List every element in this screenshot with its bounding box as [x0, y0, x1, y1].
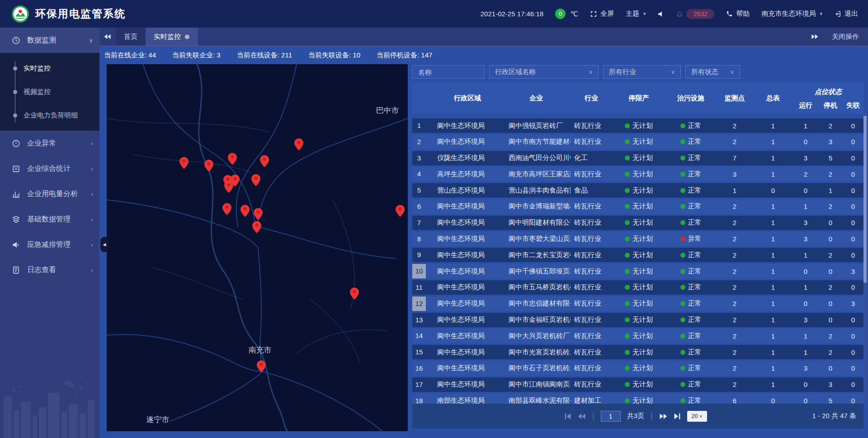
- chevron-left-icon: ‹: [91, 216, 93, 223]
- sidebar-item[interactable]: 应急减排管理‹: [0, 232, 99, 257]
- stat-item: 当前停机设备: 147: [377, 51, 432, 60]
- next-page-button[interactable]: [659, 413, 667, 419]
- cell-lost-count: 0: [843, 219, 863, 226]
- map-marker-icon[interactable]: [260, 155, 269, 167]
- cell-meter-count: 1: [753, 219, 793, 226]
- table-row[interactable]: 2阆中生态环境局阆中市南方节能建材有砖瓦行业无计划正常21030: [412, 135, 863, 149]
- cell-region: 阆中生态环境局: [433, 235, 502, 243]
- cell-stop-status: 无计划: [612, 396, 665, 404]
- table-row[interactable]: 8阆中生态环境局阆中市枣碧大梁山页岩砖瓦行业无计划异常21300: [412, 232, 863, 246]
- logout-button[interactable]: 退出: [834, 9, 858, 18]
- industry-filter-select[interactable]: 所有行业 ∨: [603, 65, 681, 79]
- status-dot-icon: [680, 204, 685, 209]
- cell-stop-status: 无计划: [612, 283, 665, 292]
- sidebar-item[interactable]: 企业用电量分析‹: [0, 181, 99, 207]
- map-marker-icon[interactable]: [179, 157, 189, 169]
- map-marker-icon[interactable]: [224, 181, 233, 193]
- chevron-down-icon: ▾: [643, 11, 646, 17]
- table-row[interactable]: 17阆中生态环境局阆中市江南镇阆南页岩砖瓦行业无计划正常21030: [412, 377, 863, 392]
- map-marker-icon[interactable]: [204, 160, 213, 172]
- table-scrollbar[interactable]: [863, 114, 867, 404]
- table-row[interactable]: 10阆中生态环境局阆中千佛镇五郎垭页岩砖瓦行业无计划正常21003: [412, 264, 863, 278]
- table-row[interactable]: 11阆中生态环境局阆中市五马桥页岩机砖砖瓦行业无计划正常21120: [412, 280, 863, 295]
- app: 环保用电监管系统 2021-02-25 17:46:18 0 ℃ 全屏 主题 ▾: [0, 0, 868, 438]
- tab-scroll-left-button[interactable]: [99, 28, 116, 46]
- map-marker-icon[interactable]: [228, 153, 237, 165]
- cell-region: 阆中生态环境局: [433, 122, 502, 130]
- previous-page-button[interactable]: [578, 413, 586, 419]
- table-row[interactable]: 1阆中生态环境局阆中强锐页岩砖厂砖瓦行业无计划正常21120: [412, 118, 863, 133]
- org-dropdown[interactable]: 南充市生态环境局 ▾: [761, 9, 822, 18]
- cell-lost-count: 0: [843, 203, 863, 210]
- table-row[interactable]: 18南部生态环境局南部县双峰水泥有限公建材加工无计划正常60050: [412, 394, 863, 404]
- sidebar-collapse-button[interactable]: ◀: [100, 237, 108, 252]
- table-row[interactable]: 3仪陇生态环境局西南油气田分公司川中化工无计划正常71350: [412, 151, 863, 165]
- theme-button[interactable]: 主题 ▾: [626, 9, 646, 18]
- cell-index: 14: [412, 329, 433, 343]
- map-panel[interactable]: 巴中市南充市遂宁市: [107, 64, 408, 431]
- sidebar-item[interactable]: 日志查看‹: [0, 257, 99, 283]
- map-marker-icon[interactable]: [254, 208, 263, 220]
- sidebar-item-label: 企业综合统计: [27, 164, 85, 174]
- cell-company: 阆中市忠信建材有限公: [502, 299, 571, 308]
- table-row[interactable]: 5营山生态环境局营山县润丰肉食品有限食品无计划正常10010: [412, 183, 863, 198]
- tab-scroll-right-button[interactable]: [811, 34, 818, 39]
- cell-region: 阆中生态环境局: [433, 202, 502, 211]
- table-row[interactable]: 14阆中生态环境局阆中大兴页岩机砖厂砖瓦行业无计划正常21120: [412, 329, 863, 343]
- page-size-select[interactable]: 20 ∨: [687, 411, 707, 422]
- cell-region: 阆中生态环境局: [433, 251, 502, 259]
- map-marker-icon[interactable]: [241, 205, 250, 217]
- map-marker-icon[interactable]: [396, 205, 405, 217]
- table-row[interactable]: 13阆中生态环境局阆中市金福旺页岩机砖砖瓦行业无计划正常21300: [412, 313, 863, 327]
- sidebar-subitem[interactable]: 实时监控: [0, 57, 99, 80]
- cell-monitor-count: 2: [716, 122, 753, 130]
- tab-item[interactable]: 首页: [116, 28, 146, 46]
- close-operations-button[interactable]: 关闭操作: [832, 33, 859, 41]
- cell-industry: 砖瓦行业: [571, 364, 612, 372]
- table-row[interactable]: 16阆中生态环境局阆中市石子页岩机砖厂砖瓦行业无计划正常21300: [412, 361, 863, 376]
- name-filter-input[interactable]: [412, 65, 485, 79]
- sidebar-subitem[interactable]: 企业电力负荷明细: [0, 104, 99, 127]
- map-marker-icon[interactable]: [350, 287, 359, 300]
- table-row[interactable]: 4高坪生态环境局南充市高坪区王家店建砖瓦行业无计划正常31220: [412, 167, 863, 181]
- table-row[interactable]: 12阆中生态环境局阆中市忠信建材有限公砖瓦行业无计划正常21003: [412, 297, 863, 311]
- sidebar-item[interactable]: 企业综合统计‹: [0, 156, 99, 181]
- status-dot-icon: [625, 269, 630, 274]
- sidebar-subitem[interactable]: 视频监控: [0, 80, 99, 104]
- sound-button[interactable]: [657, 10, 665, 18]
- alarm-button[interactable]: 2632: [676, 9, 714, 19]
- sidebar-item[interactable]: 企业异常‹: [0, 131, 99, 156]
- column-index: [412, 83, 433, 114]
- fullscreen-button[interactable]: 全屏: [590, 9, 614, 18]
- map-marker-icon[interactable]: [257, 360, 266, 372]
- sidebar-item[interactable]: 基础数据管理‹: [0, 207, 99, 232]
- cell-region: 营山生态环境局: [433, 186, 502, 195]
- tab-active[interactable]: 实时监控⊗: [146, 28, 198, 46]
- table-row[interactable]: 9阆中生态环境局阆中市二龙长宝页岩砖砖瓦行业无计划正常21120: [412, 248, 863, 262]
- map-marker-icon[interactable]: [252, 221, 261, 233]
- sidebar-item[interactable]: 数据监测∨: [0, 28, 99, 53]
- help-button[interactable]: 帮助: [726, 9, 750, 18]
- table-row[interactable]: 6阆中生态环境局阆中市金博瑞新型墙材砖瓦行业无计划正常21120: [412, 199, 863, 214]
- cell-region: 阆中生态环境局: [433, 332, 502, 340]
- status-dot-icon: [625, 398, 630, 403]
- cell-run-count: 1: [793, 332, 818, 340]
- cell-run-count: 2: [793, 170, 818, 178]
- table-row[interactable]: 15阆中生态环境局阆中市光富页岩机砖厂砖瓦行业无计划正常21120: [412, 345, 863, 359]
- region-filter-select[interactable]: 行政区域名称 ∨: [489, 65, 599, 79]
- first-page-button[interactable]: [564, 413, 571, 419]
- cell-company: 阆中市枣碧大梁山页岩: [502, 235, 571, 243]
- cell-run-count: 0: [793, 300, 818, 307]
- table-row[interactable]: 7阆中生态环境局阆中明阳建材有限公司砖瓦行业无计划正常21300: [412, 216, 863, 230]
- last-page-button[interactable]: [674, 413, 681, 419]
- close-icon[interactable]: ⊗: [184, 33, 190, 40]
- map-marker-icon[interactable]: [222, 203, 231, 215]
- cell-facility-status: 正常: [665, 283, 716, 292]
- map-marker-icon[interactable]: [294, 138, 303, 151]
- pagination-summary: 1 - 20 共 47 条: [812, 412, 863, 420]
- map-marker-icon[interactable]: [251, 174, 260, 186]
- page-number-input[interactable]: [601, 411, 621, 422]
- scrollbar-thumb[interactable]: [863, 116, 867, 283]
- status-filter-select[interactable]: 所有状态 ∨: [685, 65, 740, 79]
- sidebar-subitem-label: 视频监控: [24, 88, 51, 96]
